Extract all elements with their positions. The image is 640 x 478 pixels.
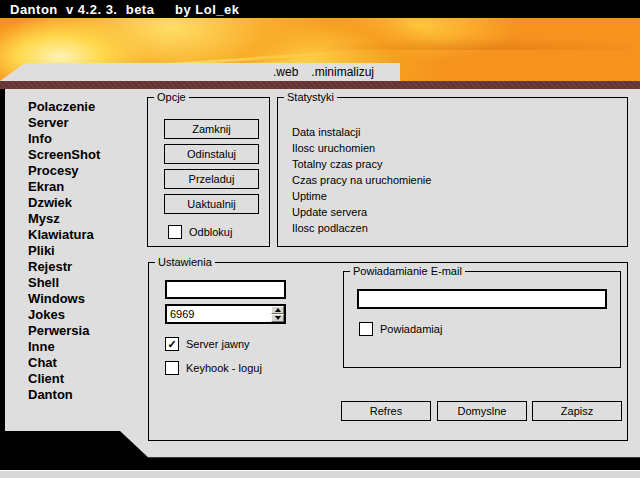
flame-shadow — [330, 24, 630, 50]
sidebar-item-rejestr[interactable]: Rejestr — [28, 259, 100, 275]
email-group: Powiadamianie E-mail Powiadamiaj — [343, 271, 621, 368]
checkbox-box[interactable] — [359, 322, 373, 336]
opcje-group-label: Opcje — [154, 91, 189, 104]
zamknij-button[interactable]: Zamknij — [164, 119, 259, 139]
sidebar-item-ekran[interactable]: Ekran — [28, 179, 100, 195]
header-link-strip: .web .minimalizuj — [0, 63, 400, 81]
statystyki-group-label: Statystyki — [284, 91, 337, 104]
sidebar-item-client[interactable]: Client — [28, 371, 100, 387]
stat-row-ilosc-podlaczen: Ilosc podlaczen — [292, 220, 431, 236]
powiadamiaj-checkbox[interactable]: Powiadamiaj — [359, 322, 442, 336]
spin-down-button[interactable] — [271, 314, 284, 322]
left-edge-strip — [0, 89, 5, 459]
sidebar-item-inne[interactable]: Inne — [28, 339, 100, 355]
host-input[interactable] — [165, 280, 286, 299]
arrow-down-icon — [275, 316, 281, 320]
stat-row-uptime: Uptime — [292, 188, 431, 204]
ustawienia-group-label: Ustawienia — [155, 256, 215, 269]
stat-row-update-servera: Update servera — [292, 204, 431, 220]
stat-row-data-instalacji: Data instalacji — [292, 124, 431, 140]
stat-row-ilosc-uruchomien: Ilosc uruchomien — [292, 140, 431, 156]
powiadamiaj-checkbox-label: Powiadamiaj — [380, 323, 442, 335]
refres-button[interactable]: Refres — [341, 401, 431, 421]
sidebar-item-procesy[interactable]: Procesy — [28, 163, 100, 179]
sidebar-item-shell[interactable]: Shell — [28, 275, 100, 291]
keyhook-checkbox[interactable]: Keyhook - loguj — [165, 361, 262, 375]
zapisz-button[interactable]: Zapisz — [532, 401, 622, 421]
maroon-divider — [0, 81, 640, 89]
domyslne-button[interactable]: Domyslne — [437, 401, 527, 421]
odinstaluj-button[interactable]: Odinstaluj — [164, 144, 259, 164]
web-link[interactable]: .web — [273, 65, 298, 79]
checkbox-box[interactable] — [165, 361, 179, 375]
port-spinner — [271, 306, 284, 322]
stat-row-totalny-czas: Totalny czas pracy — [292, 156, 431, 172]
arrow-up-icon — [275, 308, 281, 312]
server-jawny-checkbox-label: Server jawny — [186, 338, 250, 350]
sidebar-item-windows[interactable]: Windows — [28, 291, 100, 307]
ustawienia-group: Ustawienia ✓ Server jawny Keyhook - logu… — [148, 262, 628, 441]
opcje-group: Opcje Zamknij Odinstaluj Przeladuj Uaktu… — [147, 97, 270, 247]
sidebar-item-dzwiek[interactable]: Dzwiek — [28, 195, 100, 211]
przeladuj-button[interactable]: Przeladuj — [164, 169, 259, 189]
checkbox-box[interactable]: ✓ — [165, 337, 179, 351]
sidebar-item-jokes[interactable]: Jokes — [28, 307, 100, 323]
sidebar-item-mysz[interactable]: Mysz — [28, 211, 100, 227]
sidebar-item-server[interactable]: Server — [28, 115, 100, 131]
email-input[interactable] — [357, 289, 607, 309]
flame-banner: .web .minimalizuj — [0, 18, 640, 81]
uaktualnij-button[interactable]: Uaktualnij — [164, 194, 259, 214]
checkbox-box[interactable] — [168, 225, 182, 239]
sidebar-item-screenshot[interactable]: ScreenShot — [28, 147, 100, 163]
window-title: Danton v 4.2. 3. beta by Lol_ek — [0, 2, 239, 17]
title-bar: Danton v 4.2. 3. beta by Lol_ek — [0, 0, 640, 18]
sidebar-item-pliki[interactable]: Pliki — [28, 243, 100, 259]
sidebar-item-klawiatura[interactable]: Klawiatura — [28, 227, 100, 243]
port-input[interactable] — [165, 304, 286, 324]
sidebar-item-info[interactable]: Info — [28, 131, 100, 147]
sidebar-item-polaczenie[interactable]: Polaczenie — [28, 99, 100, 115]
odblokuj-checkbox-label: Odblokuj — [189, 226, 232, 238]
email-group-label: Powiadamianie E-mail — [350, 265, 465, 278]
sidebar-item-chat[interactable]: Chat — [28, 355, 100, 371]
odblokuj-checkbox[interactable]: Odblokuj — [168, 225, 232, 239]
keyhook-checkbox-label: Keyhook - loguj — [186, 362, 262, 374]
bottom-edge-strip — [0, 470, 640, 478]
stat-row-czas-na-uruch: Czas pracy na uruchomienie — [292, 172, 431, 188]
statystyki-group: Statystyki Data instalacji Ilosc uruchom… — [277, 97, 628, 247]
sidebar-item-perwersia[interactable]: Perwersia — [28, 323, 100, 339]
sidebar-menu: Polaczenie Server Info ScreenShot Proces… — [28, 99, 100, 403]
statystyki-rows: Data instalacji Ilosc uruchomien Totalny… — [292, 124, 431, 236]
server-jawny-checkbox[interactable]: ✓ Server jawny — [165, 337, 250, 351]
sidebar-item-danton[interactable]: Danton — [28, 387, 100, 403]
minimize-link[interactable]: .minimalizuj — [311, 65, 374, 79]
spin-up-button[interactable] — [271, 306, 284, 314]
